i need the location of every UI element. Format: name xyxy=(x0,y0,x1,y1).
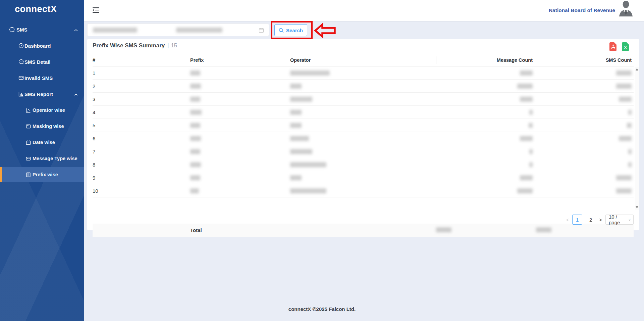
column-header-operator[interactable]: Operator xyxy=(287,54,436,66)
table-row[interactable]: 5 xyxy=(93,119,634,132)
main-content: Search Prefix Wise SMS Summary|15 x xyxy=(84,21,644,321)
column-header-sms-count[interactable]: SMS Count xyxy=(536,54,634,66)
table-row[interactable]: 6 xyxy=(93,132,634,145)
footer-text: connectX ©2025 Falcon Ltd. xyxy=(288,306,356,312)
sidebar-item-label: Message Type wise xyxy=(33,156,77,161)
sidebar-item-date-wise[interactable]: Date wise xyxy=(0,134,84,150)
operator-redacted xyxy=(290,162,326,167)
message-count-redacted xyxy=(517,188,533,193)
table-row[interactable]: 10 xyxy=(93,184,634,197)
operator-redacted xyxy=(290,136,309,141)
table-row[interactable]: 2 xyxy=(93,80,634,93)
table-row[interactable]: 3 xyxy=(93,93,634,106)
sidebar-item-invalid-sms[interactable]: Invalid SMS xyxy=(0,70,84,86)
sms-count-redacted xyxy=(619,97,632,102)
table-row[interactable]: 8 xyxy=(93,158,634,171)
message-count-redacted xyxy=(529,149,533,154)
table-header: # Prefix Operator Message Count SMS Coun… xyxy=(93,54,634,66)
sidebar-item-label: SMS Report xyxy=(24,91,53,97)
table-row[interactable]: 7 xyxy=(93,145,634,158)
row-index: 7 xyxy=(93,145,187,158)
chat-bubble-icon xyxy=(18,59,24,65)
prefix-redacted xyxy=(190,136,201,141)
table-row[interactable]: 1 xyxy=(93,66,634,80)
card-header: Prefix Wise SMS Summary|15 x xyxy=(93,42,634,54)
sms-count-redacted xyxy=(628,110,632,115)
app-window: connectX SMS Dashboard xyxy=(0,0,644,321)
row-index: 10 xyxy=(93,184,187,197)
end-date-redacted xyxy=(176,28,222,33)
sidebar-item-sms-detail[interactable]: SMS Detail xyxy=(0,54,84,70)
message-count-redacted xyxy=(520,175,533,180)
sidebar-menu: SMS Dashboard SMS Detail xyxy=(0,21,84,183)
sidebar-item-dashboard[interactable]: Dashboard xyxy=(0,38,84,54)
list-table-icon xyxy=(25,172,31,178)
message-count-redacted xyxy=(520,97,533,102)
dot-chart-icon xyxy=(25,107,31,113)
pagination-next-icon[interactable]: > xyxy=(599,217,602,223)
sms-count-redacted xyxy=(616,175,632,180)
page-size-select[interactable]: 10 / page ∨ xyxy=(605,215,634,225)
calendar-icon xyxy=(25,140,31,145)
prefix-redacted xyxy=(190,175,200,180)
sidebar-item-message-type-wise[interactable]: Message Type wise xyxy=(0,150,84,167)
user-avatar[interactable] xyxy=(619,0,633,16)
table-scrollbar[interactable] xyxy=(635,67,639,210)
column-header-prefix[interactable]: Prefix xyxy=(187,54,287,66)
sms-count-redacted xyxy=(616,84,632,89)
pagination-prev-icon[interactable]: < xyxy=(566,217,569,223)
mail-icon xyxy=(18,75,24,81)
chevron-up-icon xyxy=(74,91,78,97)
total-label: Total xyxy=(187,227,287,233)
sidebar-item-masking-wise[interactable]: Masking wise xyxy=(0,118,84,134)
chat-bubble-icon xyxy=(9,27,15,33)
scroll-up-icon[interactable] xyxy=(636,68,638,71)
operator-redacted xyxy=(290,149,312,154)
excel-export-icon[interactable]: x xyxy=(622,42,629,51)
table-total-row: Total xyxy=(93,224,634,237)
chevron-up-icon xyxy=(74,27,78,33)
sidebar-item-prefix-wise[interactable]: Prefix wise xyxy=(0,167,84,182)
sidebar-item-label: Prefix wise xyxy=(33,172,58,177)
search-button[interactable]: Search xyxy=(274,24,307,36)
sidebar-item-label: SMS xyxy=(16,27,28,33)
title-divider: | xyxy=(167,42,169,49)
column-header-message-count[interactable]: Message Count xyxy=(436,54,536,66)
mail-icon xyxy=(25,156,31,162)
operator-redacted xyxy=(290,110,302,115)
sidebar: connectX SMS Dashboard xyxy=(0,0,84,321)
menu-fold-icon[interactable] xyxy=(93,7,100,14)
card-mask-icon xyxy=(25,124,31,129)
annotation-arrow-left-icon xyxy=(314,23,336,39)
total-sms-count-redacted xyxy=(536,227,551,232)
start-date-redacted xyxy=(93,28,137,33)
message-count-redacted xyxy=(520,71,533,76)
message-count-redacted xyxy=(520,136,533,141)
sidebar-item-label: Dashboard xyxy=(24,43,51,49)
search-icon xyxy=(279,28,284,33)
record-count: 15 xyxy=(171,42,177,48)
row-index: 8 xyxy=(93,158,187,171)
table-row[interactable]: 4 xyxy=(93,106,634,119)
scroll-down-icon[interactable] xyxy=(636,206,638,209)
message-count-redacted xyxy=(529,123,533,128)
table-body: 1 2 3 xyxy=(93,66,634,197)
pagination-page-1[interactable]: 1 xyxy=(572,215,582,225)
org-name: National Board of Revenue xyxy=(549,7,615,13)
date-range-input[interactable] xyxy=(87,24,269,36)
sidebar-item-sms[interactable]: SMS xyxy=(0,21,84,38)
pagination-page-2[interactable]: 2 xyxy=(586,215,596,225)
sidebar-item-label: Date wise xyxy=(33,140,55,145)
table-row[interactable]: 9 xyxy=(93,171,634,184)
row-index: 1 xyxy=(93,66,187,80)
sidebar-item-sms-report[interactable]: SMS Report xyxy=(0,86,84,102)
bar-chart-icon xyxy=(18,91,24,97)
operator-redacted xyxy=(290,84,302,89)
prefix-redacted xyxy=(190,97,200,102)
operator-redacted xyxy=(290,123,302,128)
pdf-export-icon[interactable] xyxy=(609,42,616,51)
column-header-index[interactable]: # xyxy=(93,54,187,66)
page-title: Prefix Wise SMS Summary xyxy=(93,42,165,49)
sidebar-item-operator-wise[interactable]: Operator wise xyxy=(0,102,84,118)
prefix-redacted xyxy=(190,71,200,76)
